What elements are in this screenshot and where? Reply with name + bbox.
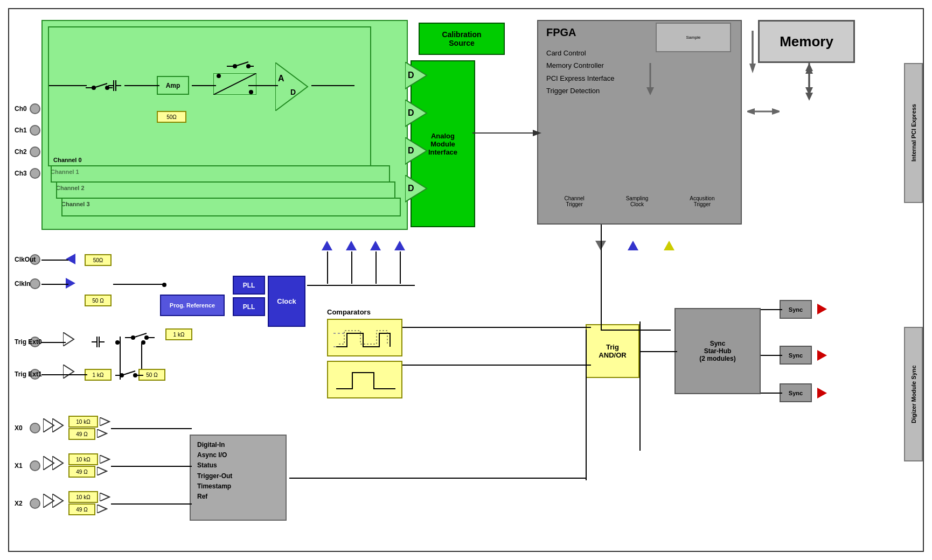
svg-text:D: D bbox=[408, 108, 414, 117]
acquisition-trigger-label: Acqusition Trigger bbox=[690, 195, 714, 207]
cap1 bbox=[108, 78, 124, 94]
clock-box: Clock bbox=[268, 276, 305, 327]
red-arrow3 bbox=[817, 388, 827, 398]
digizer-sync-label: Digizer Module Sync bbox=[910, 365, 917, 423]
din-to-fpga bbox=[289, 478, 586, 479]
fpga-to-trig-h bbox=[601, 330, 671, 331]
fpga-line2: Memory Controller bbox=[546, 59, 733, 72]
cal-source-label: Calibration Source bbox=[442, 30, 481, 47]
resistor-1k-1: 1 kΩ bbox=[165, 328, 192, 340]
fpga-ami-arrow bbox=[472, 128, 542, 138]
svg-marker-42 bbox=[52, 456, 63, 470]
r10k-x0: 10 kΩ bbox=[68, 416, 98, 428]
async-io-label: Async I/O bbox=[197, 450, 279, 460]
x0-label: X0 bbox=[15, 424, 23, 432]
svg-marker-49 bbox=[100, 455, 109, 464]
sync-label3: Sync bbox=[789, 390, 803, 396]
channel2-box bbox=[56, 181, 395, 199]
pci-express-label: Internal PCI Express bbox=[910, 104, 917, 162]
hline-clock1 bbox=[307, 285, 415, 286]
fpga-line3: PCI Express Interface bbox=[546, 72, 733, 85]
channel-trigger-label: Channel Trigger bbox=[564, 195, 584, 207]
vline-ch3 bbox=[400, 251, 401, 284]
vline-ch2 bbox=[375, 251, 377, 284]
r10k-x1-label: 10 kΩ bbox=[76, 457, 90, 463]
clkout-arrow bbox=[66, 254, 75, 264]
svg-marker-71 bbox=[646, 87, 654, 95]
trigger-out-label: Trigger-Out bbox=[197, 471, 279, 481]
x0-to-din bbox=[111, 428, 192, 429]
pci-double-arrow bbox=[747, 106, 780, 117]
r49-x0-label: 49 Ω bbox=[76, 431, 87, 437]
channel3-box bbox=[61, 198, 401, 216]
r49-x2: 49 Ω bbox=[68, 503, 95, 515]
x0-connector bbox=[30, 423, 40, 433]
trig0-label: Trig Ext0 bbox=[15, 338, 42, 346]
r1k-label1: 1 kΩ bbox=[173, 332, 185, 338]
r49-x1: 49 Ω bbox=[68, 466, 95, 478]
x1-to-din bbox=[111, 466, 192, 467]
main-diagram: Amp A D 50Ω Channel 0 bbox=[8, 8, 924, 552]
din-to-fpga-v bbox=[586, 330, 587, 480]
small-gray-box: Sample bbox=[656, 23, 731, 52]
d-block4: D bbox=[405, 175, 432, 205]
comp-to-fpga2 bbox=[402, 365, 591, 366]
x0-res-arrow2 bbox=[97, 429, 108, 438]
r49-x2-label: 49 Ω bbox=[76, 507, 87, 513]
digital-in-label: Digital-In bbox=[197, 440, 279, 450]
x2-label: X2 bbox=[15, 500, 23, 507]
clkout-label: ClkOut bbox=[15, 256, 36, 263]
channel-area: Amp A D 50Ω Channel 0 bbox=[41, 20, 408, 230]
r50-trig1-label: 50 Ω bbox=[146, 372, 157, 378]
ref-label: Ref bbox=[197, 492, 279, 502]
dot1 bbox=[162, 283, 166, 287]
d-block1: D bbox=[405, 62, 432, 92]
sampling-clock-label: Sampling Clock bbox=[626, 195, 649, 207]
sync-hub-box: Sync Star-Hub (2 modules) bbox=[674, 308, 761, 394]
svg-text:D: D bbox=[408, 146, 414, 155]
vline-ch0 bbox=[327, 251, 328, 284]
r50-label1: 50Ω bbox=[166, 114, 177, 120]
ch1-connector bbox=[30, 125, 40, 136]
d-block2: D bbox=[405, 100, 432, 129]
clkout-hline bbox=[41, 260, 68, 261]
amp-block: Amp bbox=[157, 76, 189, 95]
ch0-line4 bbox=[248, 85, 278, 86]
x0-res-arrow bbox=[100, 417, 110, 426]
comparator2-wave bbox=[331, 365, 401, 397]
ch2-connector bbox=[30, 146, 40, 157]
resistor-50ohm-ch0: 50Ω bbox=[157, 111, 186, 123]
comparator1-wave bbox=[331, 323, 401, 355]
trig1-switch bbox=[115, 369, 145, 382]
r50-label2: 50Ω bbox=[93, 257, 103, 263]
trig0-hline bbox=[41, 342, 66, 343]
timestamp-label: Timestamp bbox=[197, 481, 279, 492]
comparators-title: Comparators bbox=[327, 308, 402, 316]
ami-label: Analog Module Interface bbox=[428, 132, 457, 156]
fpga-signal-labels: Channel Trigger Sampling Clock Acqusitio… bbox=[544, 195, 735, 207]
trig1-label: Trig Ext1 bbox=[15, 370, 42, 378]
amp-label: Amp bbox=[166, 82, 180, 89]
trig-label: Trig bbox=[606, 343, 619, 351]
ch3-connector bbox=[30, 168, 40, 179]
sync-hub-label: Sync Star-Hub (2 modules) bbox=[699, 340, 735, 362]
digizer-sync-side: Digizer Module Sync bbox=[904, 327, 923, 461]
clock-label: Clock bbox=[277, 297, 296, 305]
dot3 bbox=[141, 340, 145, 345]
svg-text:D: D bbox=[408, 71, 414, 80]
switch2 bbox=[227, 60, 254, 73]
channel0-box: Amp A D 50Ω Channel 0 bbox=[48, 26, 371, 166]
red-arrow2 bbox=[817, 350, 827, 361]
r50-label3: 50 Ω bbox=[92, 298, 103, 304]
ch0-line5 bbox=[311, 85, 354, 86]
comparator1-box bbox=[327, 319, 402, 356]
ch2-label: Ch2 bbox=[15, 148, 27, 156]
x2-res-arrow2 bbox=[97, 505, 108, 513]
channel0-label: Channel 0 bbox=[53, 157, 82, 163]
svg-text:D: D bbox=[408, 184, 414, 193]
d-block3: D bbox=[405, 137, 432, 167]
ch0-connector bbox=[30, 103, 40, 114]
x0-arrow2 bbox=[52, 418, 64, 432]
trig-to-synchub bbox=[639, 351, 677, 352]
fpga-line4: Trigger Detection bbox=[546, 85, 733, 97]
